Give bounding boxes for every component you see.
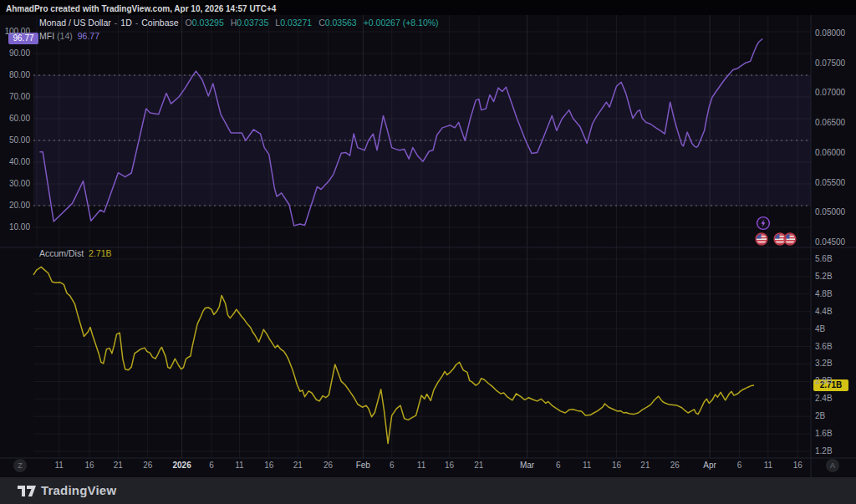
time-axis-tick: 16 bbox=[612, 461, 621, 470]
mfi-scale-tick: 30.00 bbox=[0, 179, 30, 189]
symbol-legend[interactable]: Monad / US Dollar-1D-CoinbaseO0.03295H0.… bbox=[39, 18, 439, 28]
time-axis-tick: 26 bbox=[670, 461, 680, 470]
accum-dist-scale-tick: 2B bbox=[815, 411, 825, 421]
price-scale-tick: 0.05500 bbox=[815, 178, 845, 188]
time-axis-tick: 11 bbox=[235, 461, 243, 470]
mfi-scale-tick: 20.00 bbox=[0, 201, 30, 211]
time-axis-tick: 6 bbox=[209, 461, 214, 470]
time-axis-right-button[interactable]: A bbox=[826, 459, 839, 472]
mfi-scale-tick: 80.00 bbox=[0, 70, 30, 80]
chart-canvas[interactable] bbox=[0, 15, 856, 477]
accum-dist-scale-tick: 5.2B bbox=[815, 272, 833, 282]
time-axis-tick: Mar bbox=[520, 461, 534, 470]
symbol-title[interactable]: Monad / US Dollar bbox=[39, 18, 111, 28]
close-key: C bbox=[318, 18, 325, 28]
exchange-label[interactable]: Coinbase bbox=[141, 18, 178, 28]
mfi-scale-tick: 90.00 bbox=[0, 48, 30, 59]
time-axis-tick: Apr bbox=[703, 461, 716, 470]
time-axis-tick: 6 bbox=[556, 461, 561, 470]
accum-dist-scale-tick: 4.4B bbox=[815, 307, 833, 317]
mfi-scale-tick: 70.00 bbox=[0, 92, 30, 102]
high-value: 0.03735 bbox=[237, 18, 268, 28]
change-value: +0.00267 (+8.10%) bbox=[364, 18, 439, 28]
accum-dist-name[interactable]: Accum/Dist bbox=[39, 248, 84, 258]
price-scale-tick: 0.06500 bbox=[815, 118, 845, 128]
time-axis-tick: 21 bbox=[640, 461, 650, 470]
time-axis-tick: 11 bbox=[417, 461, 425, 470]
time-axis-tick: 21 bbox=[293, 461, 303, 470]
open-value: 0.03295 bbox=[192, 18, 224, 28]
accum-dist-current-value: 2.71B bbox=[89, 248, 111, 258]
time-axis-tick: 16 bbox=[445, 461, 454, 470]
accum-dist-scale-tick: 4B bbox=[815, 324, 825, 334]
footer-bar: TradingView bbox=[0, 477, 856, 504]
us-flag-event-icon[interactable] bbox=[755, 232, 768, 246]
mfi-scale-tick: 10.00 bbox=[0, 222, 30, 232]
accum-dist-scale-tick: 3.6B bbox=[815, 342, 833, 352]
close-value: 0.03563 bbox=[325, 18, 357, 28]
accum-dist-line bbox=[33, 267, 754, 443]
mfi-scale-tick: 40.00 bbox=[0, 157, 30, 167]
price-scale-tick: 0.07500 bbox=[815, 59, 845, 69]
accum-dist-scale-tick: 1.2B bbox=[815, 446, 833, 456]
chart-area[interactable]: Monad / US Dollar-1D-CoinbaseO0.03295H0.… bbox=[0, 15, 856, 477]
price-scale-tick: 0.05000 bbox=[815, 207, 845, 217]
time-axis-tick: Feb bbox=[356, 461, 370, 470]
time-axis-tick: 11 bbox=[54, 461, 63, 470]
lightning-event-icon[interactable] bbox=[756, 216, 771, 231]
mfi-current-value: 96.77 bbox=[78, 31, 99, 41]
tradingview-snapshot: AhmadPro created with TradingView.com, A… bbox=[0, 0, 856, 504]
time-axis-tick: 2026 bbox=[173, 461, 191, 470]
price-scale-tick: 0.07000 bbox=[815, 88, 845, 98]
mfi-scale-tick: 50.00 bbox=[0, 135, 30, 145]
time-axis-left-button[interactable]: Z bbox=[13, 459, 27, 472]
time-axis-tick: 21 bbox=[474, 461, 483, 470]
time-axis-tick: 16 bbox=[264, 461, 273, 470]
legend-separator: - bbox=[135, 18, 139, 28]
interval-label[interactable]: 1D bbox=[120, 18, 131, 28]
time-axis-tick: 11 bbox=[583, 461, 591, 470]
time-axis-tick: 11 bbox=[764, 461, 772, 470]
time-axis-tick: 16 bbox=[84, 461, 94, 470]
mfi-indicator-legend[interactable]: MFI(14)96.77 bbox=[39, 31, 99, 42]
time-axis-tick: 16 bbox=[793, 461, 802, 470]
accum-dist-scale-tick: 5.6B bbox=[815, 254, 833, 264]
time-axis-tick: 21 bbox=[114, 461, 123, 470]
tradingview-wordmark[interactable]: TradingView bbox=[41, 477, 116, 504]
accum-dist-scale-tick: 2.8B bbox=[815, 376, 833, 386]
us-flag-event-pair-icon[interactable] bbox=[772, 232, 797, 246]
accum-dist-scale-tick: 3.2B bbox=[815, 359, 833, 369]
attribution-bar: AhmadPro created with TradingView.com, A… bbox=[0, 0, 856, 15]
open-key: O bbox=[186, 18, 192, 28]
price-scale-tick: 0.06000 bbox=[815, 148, 845, 158]
mfi-params: (14) bbox=[57, 31, 73, 41]
price-scale-tick: 0.08000 bbox=[815, 28, 845, 38]
mfi-scale-tick: 100.00 bbox=[0, 27, 30, 37]
accum-dist-scale-tick: 2.4B bbox=[815, 394, 833, 404]
mfi-name[interactable]: MFI bbox=[39, 31, 54, 41]
time-axis-tick: 6 bbox=[737, 461, 742, 470]
time-axis-tick: 6 bbox=[390, 461, 395, 470]
accum-dist-scale-tick: 1.6B bbox=[815, 429, 833, 439]
accum-dist-scale-tick: 4.8B bbox=[815, 289, 833, 299]
price-scale-tick: 0.04500 bbox=[815, 237, 845, 247]
tradingview-logo-icon[interactable] bbox=[17, 483, 37, 500]
accum-dist-legend[interactable]: Accum/Dist2.71B bbox=[39, 248, 112, 259]
time-axis-tick: 26 bbox=[324, 461, 333, 470]
low-value: 0.03271 bbox=[280, 18, 312, 28]
legend-separator: - bbox=[115, 18, 118, 28]
mfi-scale-tick: 60.00 bbox=[0, 114, 30, 124]
time-axis-tick: 26 bbox=[143, 461, 152, 470]
